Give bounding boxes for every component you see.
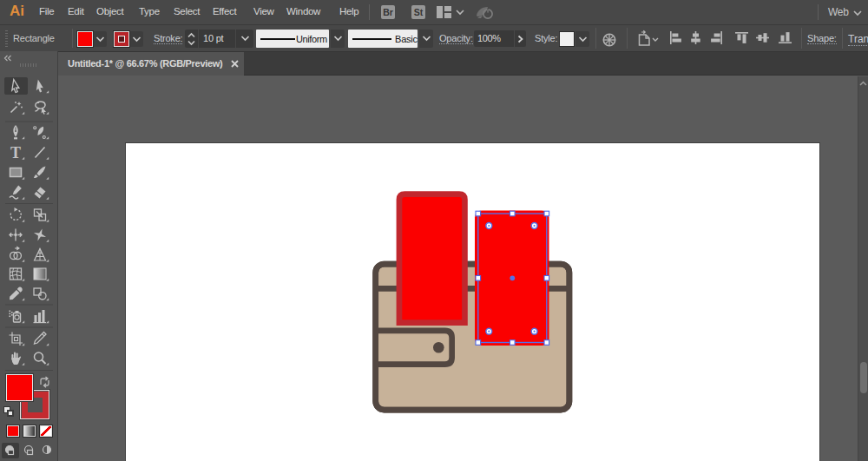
svg-text:T: T [10,144,21,161]
